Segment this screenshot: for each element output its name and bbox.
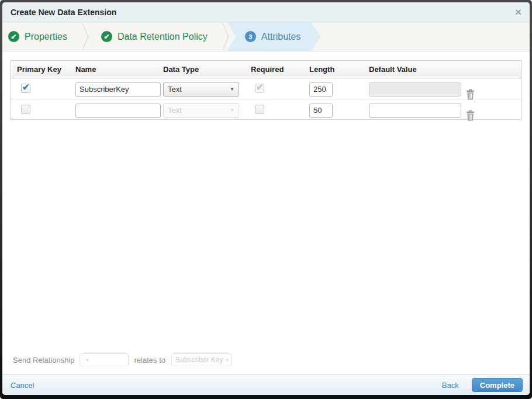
step-number-badge: 3: [245, 31, 256, 42]
create-data-extension-modal: Create New Data Extension × ✔ Properties…: [2, 2, 530, 395]
attribute-name-input[interactable]: [75, 104, 161, 118]
step-complete-check-icon: ✔: [8, 31, 19, 42]
col-header-primary-key: Primary Key: [11, 65, 70, 74]
delete-row-icon[interactable]: [465, 89, 521, 100]
modal-title: Create New Data Extension: [11, 8, 515, 17]
col-header-default-value: Default Value: [363, 65, 460, 74]
modal-body: Primary Key Name Data Type Required Leng…: [2, 51, 530, 374]
modal-titlebar: Create New Data Extension ×: [2, 2, 530, 22]
step-complete-check-icon: ✔: [101, 31, 112, 42]
default-value-input: [369, 82, 461, 97]
attributes-table-header: Primary Key Name Data Type Required Leng…: [11, 61, 521, 78]
default-value-input[interactable]: [369, 104, 461, 118]
step-separator-chevron: [82, 22, 95, 51]
chevron-down-icon: ▼: [230, 108, 234, 113]
checkbox-check-icon: ✔: [22, 82, 30, 92]
send-relationship-row: Send Relationship ▾ relates to Subscribe…: [11, 353, 521, 374]
primary-key-checkbox[interactable]: [21, 105, 30, 114]
back-link[interactable]: Back: [442, 381, 459, 390]
subscriber-key-dropdown: Subscriber Key ▾: [171, 353, 232, 366]
chevron-down-icon: ▾: [87, 357, 89, 363]
step-data-retention-policy[interactable]: ✔ Data Retention Policy: [95, 22, 223, 51]
modal-footer: Cancel Back Complete: [2, 374, 530, 395]
attributes-table: Primary Key Name Data Type Required Leng…: [11, 60, 521, 120]
cancel-link[interactable]: Cancel: [11, 381, 34, 390]
body-spacer: [11, 120, 521, 353]
modal-frame: Create New Data Extension × ✔ Properties…: [0, 0, 532, 399]
length-input[interactable]: [309, 104, 333, 118]
step-attributes-label: Attributes: [261, 32, 301, 42]
attribute-row: Text ▼: [11, 99, 521, 119]
data-type-dropdown: Text ▼: [163, 103, 239, 118]
required-checkbox: ✔: [255, 84, 264, 93]
chevron-down-icon: ▾: [226, 357, 228, 363]
send-relationship-field-dropdown: ▾: [80, 353, 129, 366]
attribute-row: ✔ Text ▼ ✔: [11, 78, 521, 99]
step-properties-label: Properties: [25, 32, 67, 42]
subscriber-key-value: Subscriber Key: [175, 356, 223, 364]
checkbox-check-icon: ✔: [256, 82, 264, 92]
send-relationship-label: Send Relationship: [13, 356, 75, 364]
col-header-length: Length: [303, 65, 363, 74]
step-properties[interactable]: ✔ Properties: [2, 22, 82, 51]
wizard-steps: ✔ Properties ✔ Data Retention Policy 3 A…: [2, 22, 530, 51]
attribute-name-input[interactable]: [75, 82, 161, 97]
required-checkbox[interactable]: [255, 105, 264, 114]
col-header-data-type: Data Type: [157, 65, 245, 74]
data-type-value: Text: [168, 106, 230, 115]
close-icon[interactable]: ×: [515, 6, 521, 18]
primary-key-checkbox[interactable]: ✔: [21, 84, 30, 93]
step-data-retention-label: Data Retention Policy: [118, 32, 208, 42]
data-type-dropdown[interactable]: Text ▼: [163, 82, 239, 97]
relates-to-label: relates to: [134, 356, 165, 364]
step-attributes[interactable]: 3 Attributes: [227, 22, 321, 51]
data-type-value: Text: [168, 85, 230, 94]
col-header-required: Required: [245, 65, 303, 74]
chevron-down-icon: ▼: [230, 87, 234, 92]
complete-button[interactable]: Complete: [472, 378, 523, 392]
col-header-name: Name: [70, 65, 157, 74]
length-input[interactable]: [309, 82, 333, 97]
